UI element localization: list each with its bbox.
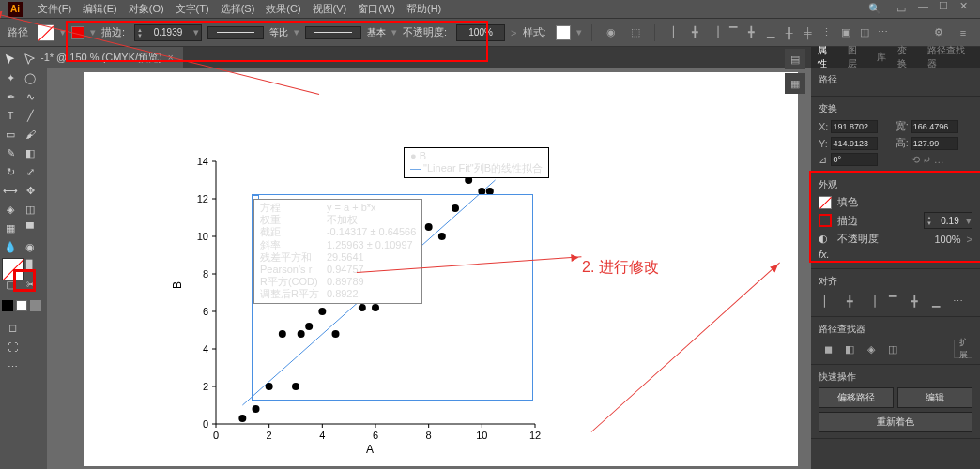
svg-text:14: 14	[197, 156, 208, 167]
tab-layers[interactable]: 图层	[845, 44, 869, 70]
eraser-tool-icon[interactable]: ◧	[22, 144, 38, 161]
annotation-text: 2. 进行修改	[582, 258, 659, 278]
more-icon[interactable]: ⋯	[875, 23, 892, 42]
menu-对象(O)[interactable]: 对象(O)	[123, 3, 170, 14]
fill-stroke-control[interactable]	[2, 258, 39, 295]
distribute-h-icon[interactable]: ╫	[781, 23, 798, 42]
minimize-button[interactable]: —	[918, 0, 931, 13]
stroke-width-input[interactable]: ▲▼ ▾	[134, 24, 202, 41]
shape-mode-icon[interactable]: ◫	[856, 23, 873, 42]
edit-toolbar-icon[interactable]: ⋯	[4, 358, 21, 375]
magic-wand-tool-icon[interactable]: ✦	[2, 69, 19, 86]
pf-minus-icon[interactable]: ◧	[840, 340, 859, 358]
paintbrush-tool-icon[interactable]: 🖌	[22, 126, 38, 143]
color-gray[interactable]	[30, 300, 41, 311]
align-b-icon[interactable]: ▁	[926, 292, 945, 310]
maximize-button[interactable]: ☐	[939, 0, 952, 13]
type-tool-icon[interactable]: T	[2, 107, 19, 124]
transform-y-input[interactable]	[831, 137, 878, 150]
layout-icon[interactable]: ▭	[892, 0, 911, 19]
shaper-tool-icon[interactable]: ✎	[2, 144, 19, 161]
recolor-button[interactable]: 重新着色	[819, 412, 972, 432]
line-tool-icon[interactable]: ╱	[22, 107, 38, 124]
shape-builder-tool-icon[interactable]: ◈	[2, 201, 19, 218]
appearance-stroke-swatch[interactable]	[819, 214, 832, 227]
gradient-tool-icon[interactable]: ▀	[22, 219, 38, 236]
align-m-icon[interactable]: ╋	[905, 292, 924, 310]
tab-properties[interactable]: 属性	[815, 44, 839, 70]
pf-intersect-icon[interactable]: ◈	[862, 340, 880, 358]
isolate-icon[interactable]: ▣	[837, 23, 854, 42]
preferences-icon[interactable]: ⚙	[929, 23, 948, 42]
menu-效果(C)[interactable]: 效果(C)	[260, 3, 306, 14]
stroke-profile-basic[interactable]	[305, 26, 361, 39]
rotate-tool-icon[interactable]: ↻	[2, 163, 19, 180]
align-right-icon[interactable]: ▕	[706, 23, 723, 42]
menu-文件(F)[interactable]: 文件(F)	[32, 3, 77, 14]
direct-selection-tool-icon[interactable]	[22, 51, 38, 68]
align-bottom-icon[interactable]: ▁	[762, 23, 779, 42]
free-transform-tool-icon[interactable]: ✥	[22, 182, 38, 199]
search-icon[interactable]: 🔍	[865, 0, 884, 19]
tab-libraries[interactable]: 库	[874, 51, 889, 64]
transform-h-input[interactable]	[911, 137, 958, 150]
lasso-tool-icon[interactable]: ◯	[22, 69, 38, 86]
panel-menu-icon[interactable]: ≡	[954, 23, 972, 42]
edit-button[interactable]: 编辑	[897, 387, 972, 408]
draw-normal-icon[interactable]: ◻	[4, 319, 21, 336]
pf-exclude-icon[interactable]: ◫	[883, 340, 902, 358]
pf-unite-icon[interactable]: ◼	[819, 340, 837, 358]
distribute-v-icon[interactable]: ╪	[800, 23, 817, 42]
appearance-stroke-input[interactable]: ▲▼▾	[924, 212, 972, 229]
align-c-icon[interactable]: ╋	[840, 292, 859, 310]
selection-tool-icon[interactable]	[2, 51, 19, 68]
scale-tool-icon[interactable]: ⤢	[22, 163, 38, 180]
curvature-tool-icon[interactable]: ∿	[22, 88, 38, 105]
align-t-icon[interactable]: ▔	[883, 292, 902, 310]
color-black[interactable]	[2, 300, 13, 311]
width-tool-icon[interactable]: ⟷	[2, 182, 19, 199]
close-button[interactable]: ✕	[959, 0, 972, 13]
mesh-tool-icon[interactable]: ▦	[2, 219, 19, 236]
perspective-tool-icon[interactable]: ◫	[22, 201, 38, 218]
panel-tabs: 属性 图层 库 变换 路径查找器	[811, 47, 980, 68]
menu-视图(V)[interactable]: 视图(V)	[307, 3, 353, 14]
properties-dock-icon[interactable]: ▤	[785, 49, 805, 69]
align-r-icon[interactable]: ▕	[862, 292, 880, 310]
libraries-dock-icon[interactable]: ▦	[785, 73, 805, 94]
distribute-spacing-icon[interactable]: ⋮	[819, 23, 835, 42]
stroke-profile-uniform[interactable]	[207, 26, 264, 39]
transform-x-input[interactable]	[831, 120, 878, 133]
menu-选择(S)[interactable]: 选择(S)	[215, 3, 261, 14]
menu-窗口(W)[interactable]: 窗口(W)	[352, 3, 401, 14]
align-more-icon[interactable]: ⋯	[948, 292, 967, 310]
pen-tool-icon[interactable]: ✒	[2, 88, 19, 105]
fx-button[interactable]: fx.	[819, 249, 830, 260]
color-white[interactable]	[16, 300, 27, 311]
transform-w-input[interactable]	[911, 120, 958, 133]
eyedropper-tool-icon[interactable]: 💧	[2, 238, 19, 255]
align-top-icon[interactable]: ▔	[725, 23, 742, 42]
opacity-input[interactable]	[456, 24, 505, 41]
artboard[interactable]: 02468101202468101214 ● B — "Linear Fit"列…	[84, 72, 798, 466]
align-icon[interactable]: ◉	[602, 23, 620, 42]
pf-expand-icon[interactable]: 扩展	[954, 340, 972, 358]
menu-帮助(H)[interactable]: 帮助(H)	[401, 3, 447, 14]
appearance-fill-swatch[interactable]	[819, 196, 832, 209]
align-vcenter-icon[interactable]: ╋	[743, 23, 760, 42]
offset-path-button[interactable]: 偏移路径	[819, 387, 894, 408]
tab-transform[interactable]: 变换	[895, 44, 919, 70]
screen-mode-icon[interactable]: ⛶	[4, 339, 21, 356]
menu-编辑(E)[interactable]: 编辑(E)	[77, 3, 123, 14]
transform-icon[interactable]: ⬚	[626, 23, 645, 42]
align-l-icon[interactable]: ▏	[819, 292, 837, 310]
tab-pathfinder[interactable]: 路径查找器	[925, 44, 976, 70]
align-left-icon[interactable]: ▏	[668, 23, 685, 42]
appearance-opacity-value[interactable]: 100%	[934, 234, 960, 245]
rectangle-tool-icon[interactable]: ▭	[2, 126, 19, 143]
transform-angle-input[interactable]	[831, 153, 878, 166]
style-swatch[interactable]	[556, 25, 571, 40]
align-hcenter-icon[interactable]: ╋	[687, 23, 704, 42]
blend-tool-icon[interactable]: ◉	[22, 238, 38, 255]
menu-文字(T)[interactable]: 文字(T)	[170, 3, 215, 14]
